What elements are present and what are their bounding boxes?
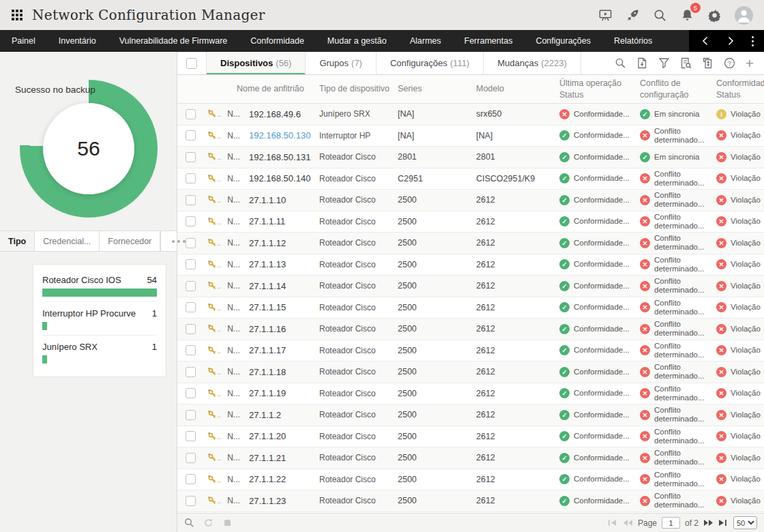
nav-more-menu-icon[interactable] xyxy=(744,30,761,52)
host-name[interactable]: 192.168.50.131 xyxy=(246,152,316,162)
host-name[interactable]: 27.1.1.19 xyxy=(246,388,316,398)
select-all-checkbox[interactable] xyxy=(186,58,197,69)
table-search-icon[interactable] xyxy=(615,57,626,69)
page-number-input[interactable] xyxy=(662,517,680,529)
import-export-icon[interactable] xyxy=(702,57,714,69)
first-page-icon[interactable] xyxy=(608,519,618,527)
config-search-icon[interactable] xyxy=(680,57,692,69)
table-row[interactable]: .. N... 27.1.1.18 Roteador Cisco 2500 26… xyxy=(177,361,764,383)
host-name[interactable]: 27.1.1.22 xyxy=(246,474,316,484)
nav-scroll-right-icon[interactable] xyxy=(718,30,744,52)
prev-page-icon[interactable] xyxy=(623,519,633,527)
row-checkbox[interactable] xyxy=(186,109,196,119)
nav-item[interactable]: Configurações xyxy=(524,30,602,52)
nav-item[interactable]: Mudar a gestão xyxy=(316,30,398,52)
column-header[interactable]: Conformidade Status xyxy=(713,78,764,100)
host-name[interactable]: 27.1.1.21 xyxy=(246,453,316,463)
row-checkbox[interactable] xyxy=(186,410,196,420)
row-checkbox[interactable] xyxy=(186,195,196,205)
table-row[interactable]: .. N... 27.1.1.13 Roteador Cisco 2500 26… xyxy=(177,254,764,276)
host-name[interactable]: 192.168.50.140 xyxy=(246,173,316,183)
export-pdf-icon[interactable] xyxy=(636,57,648,69)
settings-gear-icon[interactable] xyxy=(707,8,722,23)
row-checkbox[interactable] xyxy=(186,216,196,226)
table-row[interactable]: .. N... 27.1.1.11 Roteador Cisco 2500 26… xyxy=(177,211,764,233)
main-tab[interactable]: Mudanças (2223) xyxy=(483,52,581,74)
row-checkbox[interactable] xyxy=(186,302,196,312)
device-type-item[interactable]: Interruptor HP Procurve 1 xyxy=(42,302,157,336)
user-avatar[interactable] xyxy=(735,6,753,25)
launch-rocket-icon[interactable] xyxy=(626,8,640,23)
host-name[interactable]: 27.1.1.18 xyxy=(246,367,316,377)
host-name[interactable]: 27.1.1.13 xyxy=(246,259,316,269)
column-header[interactable]: Series xyxy=(394,83,473,94)
sidebar-tab[interactable]: Credencial... xyxy=(35,231,100,251)
host-name[interactable]: 27.1.1.16 xyxy=(246,324,316,334)
table-row[interactable]: .. N... 27.1.1.20 Roteador Cisco 2500 26… xyxy=(177,426,764,448)
nav-item[interactable]: Vulnerabilidade de Firmware xyxy=(108,30,239,52)
host-name[interactable]: 192.168.49.6 xyxy=(246,109,316,119)
table-row[interactable]: .. N... 192.168.49.6 Junípero SRX [NA] s… xyxy=(177,104,764,125)
table-row[interactable]: .. N... 27.1.1.2 Roteador Cisco 2500 261… xyxy=(177,404,764,426)
row-checkbox[interactable] xyxy=(186,281,196,291)
help-icon[interactable]: ? xyxy=(724,57,735,69)
presentation-icon[interactable] xyxy=(598,8,613,23)
host-name[interactable]: 27.1.1.11 xyxy=(246,216,316,226)
column-header[interactable]: Modelo xyxy=(473,83,556,94)
nav-item[interactable]: Relatórios xyxy=(602,30,664,52)
table-row[interactable]: .. N... 27.1.1.12 Roteador Cisco 2500 26… xyxy=(177,233,764,254)
host-name[interactable]: 192.168.50.130 xyxy=(246,130,316,141)
main-tab[interactable]: Configurações (111) xyxy=(376,52,483,74)
apps-grid-icon[interactable] xyxy=(11,9,23,21)
nav-item[interactable]: Painel xyxy=(0,30,47,52)
filter-icon[interactable] xyxy=(658,57,670,69)
host-name[interactable]: 27.1.1.23 xyxy=(246,496,316,506)
column-header[interactable]: Última operação Status xyxy=(556,78,636,100)
search-icon[interactable] xyxy=(653,8,667,23)
row-checkbox[interactable] xyxy=(186,496,196,506)
table-row[interactable]: .. N... 192.168.50.131 Roteador Cisco 28… xyxy=(177,147,764,168)
table-row[interactable]: .. N... 27.1.1.15 Roteador Cisco 2500 26… xyxy=(177,297,764,319)
table-row[interactable]: .. N... 27.1.1.21 Roteador Cisco 2500 26… xyxy=(177,447,764,469)
row-checkbox[interactable] xyxy=(186,367,196,377)
sidebar-tab[interactable]: Fornecedor xyxy=(100,231,160,251)
stop-icon[interactable] xyxy=(222,518,233,528)
row-checkbox[interactable] xyxy=(186,474,196,484)
nav-item[interactable]: Conformidade xyxy=(239,30,316,52)
table-row[interactable]: .. N... 27.1.1.10 Roteador Cisco 2500 26… xyxy=(177,190,764,211)
host-name[interactable]: 27.1.1.2 xyxy=(246,410,316,420)
table-row[interactable]: .. N... 192.168.50.130 Interruptor HP [N… xyxy=(177,125,764,147)
table-row[interactable]: .. N... 27.1.1.17 Roteador Cisco 2500 26… xyxy=(177,340,764,362)
table-row[interactable]: .. N... 27.1.1.14 Roteador Cisco 2500 26… xyxy=(177,276,764,297)
row-checkbox[interactable] xyxy=(186,130,196,141)
add-device-icon[interactable]: + xyxy=(746,57,754,69)
last-page-icon[interactable] xyxy=(718,519,729,527)
row-checkbox[interactable] xyxy=(186,152,196,162)
device-type-item[interactable]: Roteador Cisco IOS 54 xyxy=(42,269,157,302)
row-checkbox[interactable] xyxy=(186,324,196,334)
host-name[interactable]: 27.1.1.15 xyxy=(246,302,316,312)
nav-item[interactable]: Ferramentas xyxy=(453,30,525,52)
page-size-select[interactable]: 50 xyxy=(733,516,757,529)
device-type-item[interactable]: Junípero SRX 1 xyxy=(42,336,157,364)
column-header[interactable]: Nome de anfitrião xyxy=(233,83,316,94)
footer-search-icon[interactable] xyxy=(184,518,194,528)
nav-item[interactable]: Alarmes xyxy=(398,30,453,52)
row-checkbox[interactable] xyxy=(186,431,196,441)
table-row[interactable]: .. N... 27.1.1.22 Roteador Cisco 2500 26… xyxy=(177,469,764,491)
sidebar-tab[interactable]: Tipo xyxy=(0,231,35,251)
table-row[interactable]: .. N... 27.1.1.23 Roteador Cisco 2500 26… xyxy=(177,490,764,512)
main-tab[interactable]: Dispositivos (56) xyxy=(206,52,305,74)
row-checkbox[interactable] xyxy=(186,259,196,269)
table-row[interactable]: .. N... 27.1.1.19 Roteador Cisco 2500 26… xyxy=(177,383,764,405)
table-row[interactable]: .. N... 192.168.50.140 Roteador Cisco C2… xyxy=(177,168,764,190)
host-name[interactable]: 27.1.1.12 xyxy=(246,238,316,248)
sidebar-tabs-more-icon[interactable] xyxy=(160,231,196,251)
column-header[interactable]: Conflito de configuração xyxy=(636,78,713,100)
row-checkbox[interactable] xyxy=(186,173,196,183)
column-header[interactable]: Tipo de dispositivo xyxy=(316,83,394,94)
main-tab[interactable]: Grupos (7) xyxy=(305,52,376,74)
host-name[interactable]: 27.1.1.17 xyxy=(246,345,316,355)
nav-scroll-left-icon[interactable] xyxy=(692,30,718,52)
nav-item[interactable]: Inventário xyxy=(47,30,108,52)
